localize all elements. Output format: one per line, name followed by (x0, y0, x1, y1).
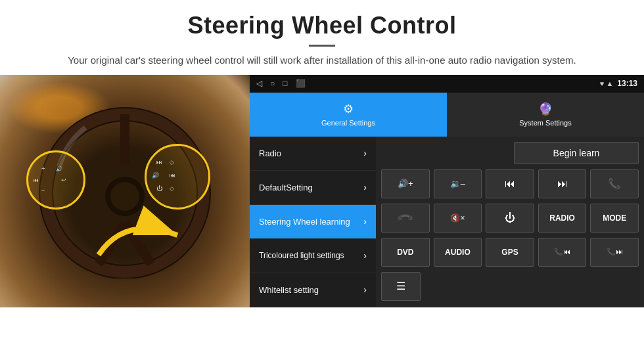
menu-item-steering[interactable]: Steering Wheel learning › (250, 205, 376, 239)
general-settings-icon: ⚙ (343, 102, 354, 116)
svg-text:⏻: ⏻ (156, 185, 163, 192)
power-icon: ⏻ (505, 212, 515, 224)
gps-label: GPS (501, 248, 518, 257)
mode-button[interactable]: MODE (590, 204, 639, 233)
page-title: Steering Wheel Control (39, 12, 605, 39)
mode-label: MODE (603, 213, 626, 223)
tel-prev-button[interactable]: 📞⏮ (538, 238, 587, 267)
radio-button[interactable]: RADIO (538, 204, 587, 233)
control-row-1: 🔊+ 🔉– ⏮ ⏭ 📞 (381, 169, 639, 198)
svg-text:⏮: ⏮ (34, 177, 39, 183)
prev-track-button[interactable]: ⏮ (486, 169, 534, 198)
prev-track-icon: ⏮ (505, 178, 515, 190)
recents-icon[interactable]: □ (283, 79, 287, 88)
power-button[interactable]: ⏻ (486, 204, 534, 233)
begin-learn-row: Begin learn (381, 142, 639, 164)
vol-up-icon: 🔊+ (398, 179, 413, 189)
back-icon[interactable]: ◁ (256, 79, 262, 88)
menu-steering-label: Steering Wheel learning (259, 217, 350, 227)
left-menu: Radio › DefaultSetting › Steering Wheel … (250, 137, 376, 307)
title-divider (309, 45, 335, 47)
car-image-area: + ⏮ − 🔊 ↩ ⏭ ◇ 🔊 ⏮ ⏻ ◇ (0, 75, 250, 307)
tab-general-label: General Settings (321, 119, 375, 127)
radio-label: RADIO (549, 213, 575, 223)
mute-icon: 🔇× (450, 213, 465, 223)
dvd-label: DVD (397, 248, 413, 257)
signal-icon: ♥ ▲ (600, 79, 613, 87)
hang-up-button[interactable]: 📞 (381, 204, 430, 233)
svg-text:◇: ◇ (170, 159, 174, 166)
control-row-3: DVD AUDIO GPS 📞⏮ 📞⏭ (381, 238, 639, 267)
svg-text:🔊: 🔊 (56, 166, 62, 172)
content-area: Radio › DefaultSetting › Steering Wheel … (250, 137, 644, 307)
menu-tricolour-arrow: › (363, 250, 367, 261)
tel-next-button[interactable]: 📞⏭ (590, 238, 639, 267)
menu-whitelist-label: Whitelist setting (259, 285, 319, 295)
menu-radio-arrow: › (363, 148, 367, 158)
eq-icon: ☰ (396, 280, 405, 292)
menu-radio-label: Radio (259, 148, 281, 158)
menu-icon[interactable]: ⬛ (296, 79, 306, 88)
right-button-highlight: ⏭ ◇ 🔊 ⏮ ⏻ ◇ (145, 144, 210, 210)
control-row-2: 📞 🔇× ⏻ RADIO MODE (381, 204, 639, 233)
begin-learn-button[interactable]: Begin learn (514, 142, 639, 164)
eq-button[interactable]: ☰ (381, 272, 421, 301)
menu-steering-arrow: › (363, 216, 367, 227)
status-bar-left: ◁ ○ □ ⬛ (256, 79, 306, 88)
svg-text:◇: ◇ (170, 185, 174, 192)
vol-down-icon: 🔉– (450, 179, 465, 189)
menu-item-tricolour[interactable]: Tricoloured light settings › (250, 239, 376, 273)
audio-button[interactable]: AUDIO (434, 238, 482, 267)
page-subtitle: Your original car's steering wheel contr… (39, 53, 605, 68)
tab-bar: ⚙ General Settings 🔮 System Settings (250, 93, 644, 137)
svg-text:−: − (41, 187, 45, 194)
menu-tricolour-label: Tricoloured light settings (259, 251, 344, 260)
menu-default-arrow: › (363, 182, 367, 192)
audio-label: AUDIO (445, 248, 471, 257)
tab-general-settings[interactable]: ⚙ General Settings (250, 93, 447, 137)
next-track-icon: ⏭ (557, 178, 568, 190)
left-button-highlight: + ⏮ − 🔊 ↩ (26, 150, 85, 210)
tab-system-label: System Settings (519, 119, 571, 127)
next-track-button[interactable]: ⏭ (538, 169, 587, 198)
menu-item-default[interactable]: DefaultSetting › (250, 171, 376, 205)
android-ui: ◁ ○ □ ⬛ ♥ ▲ 13:13 ⚙ General Settings 🔮 S… (250, 75, 644, 307)
vol-down-button[interactable]: 🔉– (434, 169, 482, 198)
mute-button[interactable]: 🔇× (434, 204, 482, 233)
status-bar-right: ♥ ▲ 13:13 (600, 79, 637, 88)
menu-whitelist-arrow: › (363, 284, 367, 295)
phone-icon: 📞 (608, 177, 621, 190)
top-section: Steering Wheel Control Your original car… (0, 0, 644, 75)
arrow-indicator (92, 202, 184, 268)
svg-text:⏭: ⏭ (156, 159, 162, 166)
svg-text:+: + (41, 165, 45, 172)
svg-text:⏮: ⏮ (170, 172, 175, 179)
right-panel: Begin learn 🔊+ 🔉– ⏮ ⏭ (376, 137, 644, 307)
menu-item-whitelist[interactable]: Whitelist setting › (250, 273, 376, 307)
phone-button[interactable]: 📞 (590, 169, 639, 198)
menu-item-radio[interactable]: Radio › (250, 137, 376, 171)
status-bar: ◁ ○ □ ⬛ ♥ ▲ 13:13 (250, 75, 644, 93)
main-content: + ⏮ − 🔊 ↩ ⏭ ◇ 🔊 ⏮ ⏻ ◇ (0, 75, 644, 307)
gps-button[interactable]: GPS (486, 238, 534, 267)
menu-default-label: DefaultSetting (259, 183, 313, 192)
tel-next-icon: 📞⏭ (607, 248, 623, 256)
hang-up-icon: 📞 (396, 209, 415, 227)
vol-up-button[interactable]: 🔊+ (381, 169, 430, 198)
tel-prev-icon: 📞⏮ (554, 248, 570, 256)
control-row-4: ☰ (381, 272, 639, 301)
system-settings-icon: 🔮 (538, 102, 553, 116)
dvd-button[interactable]: DVD (381, 238, 430, 267)
clock: 13:13 (617, 79, 637, 88)
home-icon[interactable]: ○ (270, 79, 275, 88)
tab-system-settings[interactable]: 🔮 System Settings (447, 93, 644, 137)
svg-text:🔊: 🔊 (152, 171, 160, 179)
svg-text:↩: ↩ (61, 177, 66, 183)
